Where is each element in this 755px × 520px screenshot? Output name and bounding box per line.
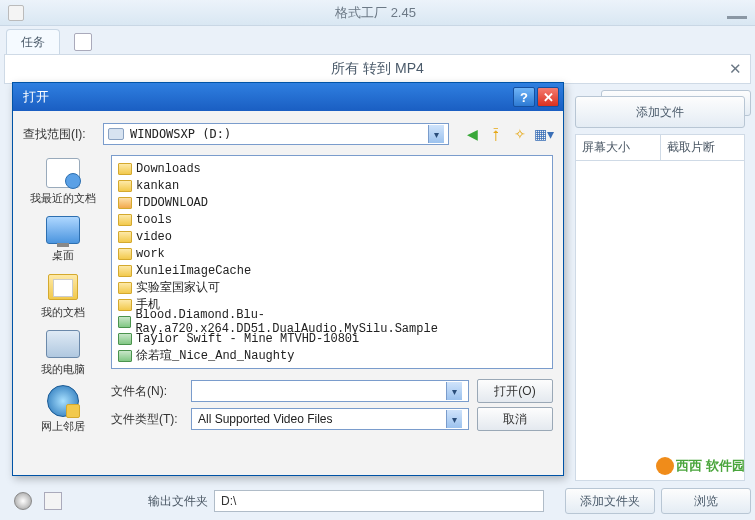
header-screensize: 屏幕大小 (576, 135, 661, 160)
file-row[interactable]: video (118, 228, 546, 245)
place-recent-docs[interactable]: 我最近的文档 (25, 155, 101, 208)
dialog-title: 打开 (23, 88, 511, 106)
up-one-level-icon[interactable]: ⭱ (487, 125, 505, 143)
file-list-panel (575, 161, 745, 481)
tool-icon[interactable] (44, 492, 62, 510)
new-folder-icon[interactable]: ✧ (511, 125, 529, 143)
file-row[interactable]: Blood.Diamond.Blu-Ray.a720.x264.DD51.Dua… (118, 313, 546, 330)
desktop-icon (46, 216, 80, 244)
file-name: Downloads (136, 162, 201, 176)
file-row[interactable]: Downloads (118, 160, 546, 177)
place-my-computer[interactable]: 我的电脑 (25, 326, 101, 379)
file-area: DownloadskankanTDDOWNLOADtoolsvideoworkX… (111, 155, 553, 433)
file-row[interactable]: tools (118, 211, 546, 228)
video-file-icon (118, 333, 132, 345)
place-desktop[interactable]: 桌面 (25, 212, 101, 265)
folder-icon (118, 248, 132, 260)
folder-icon (118, 197, 132, 209)
filetype-label: 文件类型(T): (111, 411, 183, 428)
lookin-row: 查找范围(I): WINDOWSXP (D:) ▾ ◀ ⭱ ✧ ▦▾ (23, 121, 553, 147)
open-button[interactable]: 打开(O) (477, 379, 553, 403)
my-documents-icon (48, 274, 78, 300)
add-file-button[interactable]: 添加文件 (575, 96, 745, 128)
dialog-titlebar[interactable]: 打开 ? ✕ (13, 83, 563, 111)
folder-icon (118, 265, 132, 277)
lookin-value: WINDOWSXP (D:) (130, 127, 422, 141)
filename-label: 文件名(N): (111, 383, 183, 400)
lookin-label: 查找范围(I): (23, 126, 95, 143)
filetype-select[interactable]: All Supported Video Files ▾ (191, 408, 469, 430)
dialog-close-button[interactable]: ✕ (537, 87, 559, 107)
app-title: 格式工厂 2.45 (24, 4, 727, 22)
dialog-body: 查找范围(I): WINDOWSXP (D:) ▾ ◀ ⭱ ✧ ▦▾ (13, 111, 563, 441)
file-name: tools (136, 213, 172, 227)
my-computer-icon (46, 330, 80, 358)
convert-titlebar: 所有 转到 MP4 ✕ (4, 54, 751, 84)
bottom-row: 输出文件夹 D:\ 添加文件夹 浏览 (4, 486, 751, 516)
folder-icon (118, 282, 132, 294)
video-file-icon (118, 316, 131, 328)
lookin-select[interactable]: WINDOWSXP (D:) ▾ (103, 123, 449, 145)
file-name: work (136, 247, 165, 261)
chevron-down-icon[interactable]: ▾ (446, 410, 462, 428)
app-icon (8, 5, 24, 21)
filename-input[interactable]: ▾ (191, 380, 469, 402)
file-name: Taylor Swift - Mine MTVHD-1080i (136, 332, 359, 346)
file-name: kankan (136, 179, 179, 193)
doc-icon[interactable] (74, 33, 92, 51)
folder-icon (118, 299, 132, 311)
output-folder-label: 输出文件夹 (148, 493, 208, 510)
watermark: 西西 软件园 (656, 457, 745, 475)
file-row[interactable]: 实验室国家认可 (118, 279, 546, 296)
chevron-down-icon[interactable]: ▾ (446, 382, 462, 400)
file-row[interactable]: 徐若瑄_Nice_And_Naughty (118, 347, 546, 364)
file-name: video (136, 230, 172, 244)
output-folder-input[interactable]: D:\ (214, 490, 544, 512)
places-bar: 我最近的文档 桌面 我的文档 我的电脑 (23, 155, 103, 433)
main-titlebar: 格式工厂 2.45 (0, 0, 755, 26)
file-row[interactable]: work (118, 245, 546, 262)
list-headers: 屏幕大小 截取片断 (575, 134, 745, 161)
place-network[interactable]: 网上邻居 (25, 383, 101, 436)
close-icon[interactable]: ✕ (729, 60, 742, 78)
file-name: TDDOWNLOAD (136, 196, 208, 210)
dialog-main: 我最近的文档 桌面 我的文档 我的电脑 (23, 155, 553, 433)
file-row[interactable]: kankan (118, 177, 546, 194)
add-folder-button[interactable]: 添加文件夹 (565, 488, 655, 514)
filetype-row: 文件类型(T): All Supported Video Files ▾ 取消 (111, 405, 553, 433)
help-button[interactable]: ? (513, 87, 535, 107)
convert-title: 所有 转到 MP4 (331, 60, 424, 78)
file-row[interactable]: TDDOWNLOAD (118, 194, 546, 211)
dialog-bottom: 文件名(N): ▾ 打开(O) 文件类型(T): All Supported V… (111, 377, 553, 433)
watermark-text: 西西 软件园 (676, 457, 745, 475)
file-row[interactable]: XunleiImageCache (118, 262, 546, 279)
network-places-icon (47, 385, 79, 417)
folder-icon (118, 163, 132, 175)
back-icon[interactable]: ◀ (463, 125, 481, 143)
tab-tasks[interactable]: 任务 (6, 29, 60, 55)
file-name: 徐若瑄_Nice_And_Naughty (136, 347, 294, 364)
video-file-icon (118, 350, 132, 362)
minimize-icon[interactable] (727, 16, 747, 19)
tabbar: 任务 (0, 26, 755, 54)
browse-button[interactable]: 浏览 (661, 488, 751, 514)
open-dialog: 打开 ? ✕ 查找范围(I): WINDOWSXP (D:) ▾ ◀ ⭱ ✧ ▦… (12, 82, 564, 476)
file-list[interactable]: DownloadskankanTDDOWNLOADtoolsvideoworkX… (111, 155, 553, 369)
file-name: 实验室国家认可 (136, 279, 220, 296)
filename-row: 文件名(N): ▾ 打开(O) (111, 377, 553, 405)
chevron-down-icon[interactable]: ▾ (428, 125, 444, 143)
header-clip: 截取片断 (661, 135, 745, 160)
file-name: XunleiImageCache (136, 264, 251, 278)
main-window: 格式工厂 2.45 任务 所有 转到 MP4 ✕ 确定 添加文件 屏幕大小 截取… (0, 0, 755, 520)
nav-icons: ◀ ⭱ ✧ ▦▾ (463, 125, 553, 143)
watermark-logo-icon (656, 457, 674, 475)
disc-icon[interactable] (14, 492, 32, 510)
folder-icon (118, 231, 132, 243)
cancel-button[interactable]: 取消 (477, 407, 553, 431)
place-my-documents[interactable]: 我的文档 (25, 269, 101, 322)
folder-icon (118, 180, 132, 192)
right-column: 添加文件 屏幕大小 截取片断 (575, 96, 745, 481)
recent-docs-icon (46, 158, 80, 188)
drive-icon (108, 128, 124, 140)
view-menu-icon[interactable]: ▦▾ (535, 125, 553, 143)
